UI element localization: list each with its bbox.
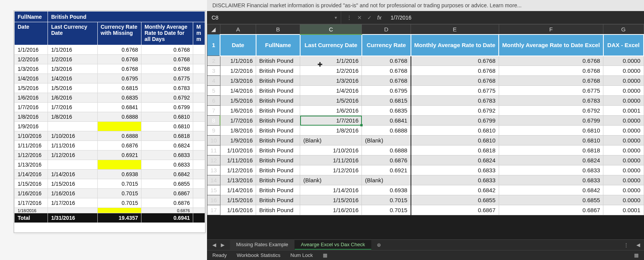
cell-mavg-excel[interactable]: 0.6824	[499, 155, 603, 165]
cell-mavg[interactable]: 0.6855	[411, 195, 499, 205]
cell-name[interactable]: British Pound	[256, 66, 300, 76]
cell-date[interactable]: 1/12/2016	[220, 165, 256, 175]
pivot-lcd[interactable]: 1/10/2016	[48, 131, 97, 141]
cell-dax-excel[interactable]: 0.0000	[603, 155, 644, 165]
pivot-mavg[interactable]: 0.6833	[141, 150, 193, 160]
pivot-lcd[interactable]: 1/16/2016	[48, 189, 97, 198]
pivot-rate[interactable]: 0.7015	[97, 198, 141, 208]
pivot-rate[interactable]: 0.6921	[97, 150, 141, 160]
pivot-mavg[interactable]: 0.6855	[141, 179, 193, 189]
cell-dax-excel[interactable]: 0.0000	[603, 86, 644, 96]
cell-mavg[interactable]: 0.6810	[411, 126, 499, 136]
sheet-tab[interactable]: Avearge Excel vs Dax Check	[295, 240, 371, 250]
pivot-date[interactable]: 1/16/2016	[15, 189, 48, 198]
row-header[interactable]: 17	[207, 205, 220, 215]
cell-lcd[interactable]: 1/1/2016	[300, 56, 362, 66]
cell-lcd[interactable]: 1/8/2016	[300, 126, 362, 136]
cell-dax-excel[interactable]: 0.0001	[603, 106, 644, 116]
cell-lcd[interactable]: 1/11/2016	[300, 155, 362, 165]
cell-name[interactable]: British Pound	[256, 165, 300, 175]
cell-dax-excel[interactable]: 0.0000	[603, 96, 644, 106]
cell-name[interactable]: British Pound	[256, 126, 300, 136]
cell-date[interactable]: 1/14/2016	[220, 185, 256, 195]
cancel-icon[interactable]: ✕	[357, 15, 362, 21]
pivot-date[interactable]: 1/8/2016	[15, 112, 48, 122]
add-sheet-button[interactable]: ⊕	[371, 242, 386, 248]
pivot-mavg[interactable]: 0.6876	[141, 198, 193, 208]
cell-mavg[interactable]: 0.6768	[411, 56, 499, 66]
cell-date[interactable]: 1/5/2016	[220, 96, 256, 106]
row-header[interactable]: 3	[207, 66, 220, 76]
pivot-date[interactable]: 1/13/2016	[15, 160, 48, 170]
pivot-date[interactable]: 1/11/2016	[15, 141, 48, 150]
cell-date[interactable]: 1/3/2016	[220, 76, 256, 86]
pivot-rate[interactable]: 0.6888	[97, 112, 141, 122]
cell-date[interactable]: 1/11/2016	[220, 155, 256, 165]
cell-lcd[interactable]: 1/3/2016	[300, 76, 362, 86]
cell-rate[interactable]: 0.7015	[362, 195, 411, 205]
cell-dax-excel[interactable]: 0.0000	[603, 116, 644, 126]
cell-mavg[interactable]: 0.6810	[411, 136, 499, 146]
cell-dax-excel[interactable]: 0.0000	[603, 126, 644, 136]
pivot-date[interactable]: 1/5/2016	[15, 83, 48, 93]
cell-name[interactable]: British Pound	[256, 205, 300, 215]
cell-name[interactable]: British Pound	[256, 146, 300, 155]
status-workbook-stats[interactable]: Workbook Statistics	[237, 252, 281, 258]
pivot-lcd[interactable]	[48, 160, 97, 170]
pivot-lcd[interactable]	[48, 122, 97, 131]
pivot-mavg[interactable]: 0.6876	[141, 208, 193, 213]
cell-dax-excel[interactable]: 0.0000	[603, 66, 644, 76]
cell-mavg-excel[interactable]: 0.6775	[499, 86, 603, 96]
pivot-rate[interactable]: 0.6815	[97, 83, 141, 93]
pivot-date[interactable]: 1/14/2016	[15, 170, 48, 179]
col-G[interactable]: G	[603, 25, 644, 34]
pivot-mavg[interactable]: 0.6768	[141, 45, 193, 55]
row-header[interactable]: 4	[207, 76, 220, 86]
cell-dax-excel[interactable]: 0.0001	[603, 205, 644, 215]
cell-lcd[interactable]: (Blank)	[300, 136, 362, 146]
cell-mavg[interactable]: 0.6799	[411, 116, 499, 126]
row-header[interactable]: 13	[207, 165, 220, 175]
row-header[interactable]: 16	[207, 195, 220, 205]
col-C[interactable]: C	[300, 25, 362, 34]
cell-mavg[interactable]: 0.6833	[411, 175, 499, 185]
row-header[interactable]: 10	[207, 136, 220, 146]
sheet-prev-icon[interactable]: ◀	[212, 242, 216, 248]
pivot-mavg[interactable]: 0.6799	[141, 103, 193, 112]
row-header-1[interactable]: 1	[207, 34, 220, 56]
pivot-mavg[interactable]: 0.6824	[141, 141, 193, 150]
pivot-rate[interactable]: 0.6876	[97, 141, 141, 150]
row-header[interactable]: 14	[207, 175, 220, 185]
col-E[interactable]: E	[411, 25, 499, 34]
pivot-date[interactable]: 1/10/2016	[15, 131, 48, 141]
cell-rate[interactable]: 0.6815	[362, 96, 411, 106]
cell-name[interactable]: British Pound	[256, 56, 300, 66]
col-D[interactable]: D	[362, 25, 411, 34]
cell-date[interactable]: 1/7/2016	[220, 116, 256, 126]
cell-date[interactable]: 1/13/2016	[220, 175, 256, 185]
cell-rate[interactable]: 0.6768	[362, 56, 411, 66]
cell-rate[interactable]: 0.6841	[362, 116, 411, 126]
pivot-rate[interactable]: 0.6938	[97, 170, 141, 179]
confirm-icon[interactable]: ✓	[367, 15, 372, 21]
pivot-rate[interactable]: 0.7015	[97, 179, 141, 189]
pivot-lcd[interactable]: 1/15/2016	[48, 179, 97, 189]
cell-mavg[interactable]: 0.6867	[411, 205, 499, 215]
cell-dax-excel[interactable]: 0.0000	[603, 146, 644, 155]
row-header[interactable]: 2	[207, 56, 220, 66]
fx-icon[interactable]: fx	[377, 15, 381, 21]
cell-lcd[interactable]: 1/12/2016	[300, 165, 362, 175]
cell-mavg[interactable]: 0.6783	[411, 96, 499, 106]
cell-mavg[interactable]: 0.6768	[411, 66, 499, 76]
pivot-date[interactable]: 1/7/2016	[15, 103, 48, 112]
row-header[interactable]: 5	[207, 86, 220, 96]
cell-date[interactable]: 1/10/2016	[220, 146, 256, 155]
cell-mavg[interactable]: 0.6842	[411, 185, 499, 195]
pivot-lcd[interactable]: 1/17/2016	[48, 198, 97, 208]
pivot-mavg[interactable]: 0.6867	[141, 189, 193, 198]
formula-input[interactable]: 1/7/2016	[387, 15, 644, 21]
cell-dax-excel[interactable]: 0.0000	[603, 185, 644, 195]
pivot-date[interactable]: 1/9/2016	[15, 122, 48, 131]
pivot-mavg[interactable]: 0.6810	[141, 112, 193, 122]
pivot-mavg[interactable]: 0.6783	[141, 83, 193, 93]
